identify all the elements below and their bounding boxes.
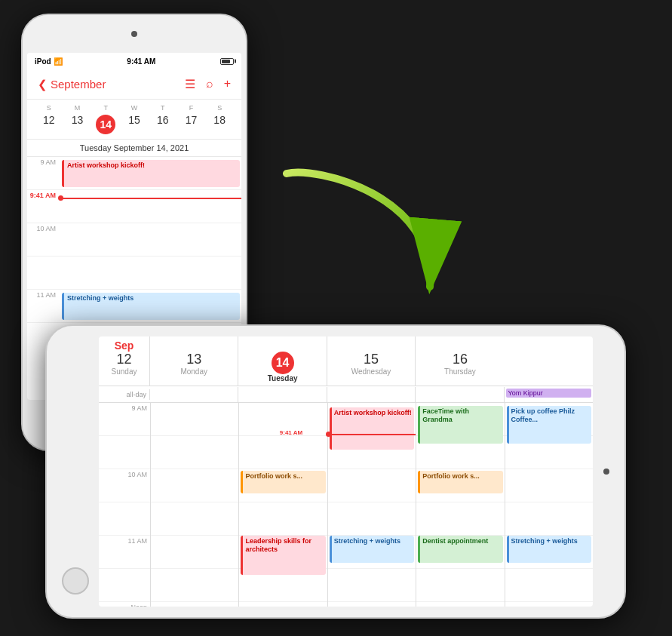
arrow-svg xyxy=(256,151,468,317)
now-time-label: 9:41 AM xyxy=(280,429,302,436)
search-icon[interactable]: ⌕ xyxy=(206,77,213,91)
ts-1030 xyxy=(99,502,150,536)
list-icon[interactable]: ☰ xyxy=(185,77,195,91)
add-icon[interactable]: + xyxy=(224,77,231,91)
day-col-2: T 14 xyxy=(91,104,120,134)
header-cell-13: - 13 Monday xyxy=(150,336,238,386)
ts-11am: 11 AM xyxy=(99,536,150,569)
ts-10am: 10 AM xyxy=(99,469,150,502)
month-label-v: September xyxy=(51,78,106,91)
sunday-9am xyxy=(151,403,238,436)
day-col-4: T 16 xyxy=(149,104,177,134)
month-label-h: Sep xyxy=(100,340,148,352)
date-subtitle-v: Tuesday September 14, 2021 xyxy=(27,140,241,157)
header-cell-15: - 15 Wednesday xyxy=(327,336,416,386)
sunday-noon xyxy=(151,602,238,607)
event-pickup-coffee[interactable]: Pick up coffee Philz Coffee... xyxy=(507,406,591,444)
device-left-h xyxy=(54,326,96,617)
time-label-941: 9:41 AM xyxy=(27,192,60,199)
time-row-11am: 11 AM Stretching + weights xyxy=(27,290,241,323)
time-label: 9:41 AM xyxy=(127,57,155,66)
day-col-sunday xyxy=(150,403,238,607)
ipod-horizontal: Sep 12 Sunday - 13 Monday - 14 Tuesday -… xyxy=(45,324,626,619)
battery-icon xyxy=(220,58,234,65)
time-row-10am: 10 AM xyxy=(27,223,241,257)
weekday-tuesday: Tuesday xyxy=(240,374,324,383)
week-row-v: S 12 M 13 T 14 W 15 T 16 xyxy=(27,100,241,140)
calendar-header-v: ❮ September ☰ ⌕ + xyxy=(27,69,241,100)
event-stretching-thursday[interactable]: Stretching + weights xyxy=(507,536,591,563)
weekday-thursday: Thursday xyxy=(417,367,502,376)
date-16[interactable]: 16 xyxy=(417,352,502,367)
weekday-wednesday: Wednesday xyxy=(329,367,413,376)
day-col-wednesday: FaceTime with Grandma Portfolio work s..… xyxy=(416,403,504,607)
device-right-h xyxy=(596,326,617,617)
header-cell-14: - 14 Tuesday xyxy=(238,336,327,386)
device-top-v xyxy=(23,15,246,53)
event-stretching-tuesday[interactable]: Stretching + weights xyxy=(330,536,414,563)
now-line-h: 9:41 AM xyxy=(328,434,416,435)
carrier-label: iPod xyxy=(35,57,51,66)
time-row-941: 9:41 AM xyxy=(27,190,241,223)
time-col-h: 9 AM 10 AM 11 AM Noon 1 PM xyxy=(99,403,150,607)
weekday-sunday: Sunday xyxy=(100,367,148,376)
ts-1130 xyxy=(99,569,150,602)
event-portfolio-wednesday[interactable]: Portfolio work s... xyxy=(418,471,502,493)
time-content-9am: Artist workshop kickoff! xyxy=(60,158,241,189)
calendar-h: Sep 12 Sunday - 13 Monday - 14 Tuesday -… xyxy=(99,336,593,607)
home-button-h[interactable] xyxy=(62,567,89,595)
event-dentist[interactable]: Dentist appointment xyxy=(418,536,502,563)
calendar-header-h: Sep 12 Sunday - 13 Monday - 14 Tuesday -… xyxy=(99,336,593,386)
wifi-icon: 📶 xyxy=(54,57,63,66)
allday-label: all-day xyxy=(99,389,150,400)
day-col-1: M 13 xyxy=(63,104,92,134)
time-label-10am: 10 AM xyxy=(27,225,60,232)
back-chevron-icon[interactable]: ❮ xyxy=(38,78,48,91)
day-col-3: W 15 xyxy=(120,104,149,134)
header-cell-sep: Sep 12 Sunday xyxy=(99,336,150,386)
week-days-v: S 12 M 13 T 14 W 15 T 16 xyxy=(35,104,234,134)
allday-cell-12 xyxy=(150,387,238,402)
day-col-5: F 17 xyxy=(177,104,206,134)
allday-row: all-day Yom Kippur xyxy=(99,386,593,403)
time-label-11am: 11 AM xyxy=(27,291,60,299)
event-artist-workshop-h[interactable]: Artist workshop kickoff! xyxy=(330,407,414,450)
camera-h xyxy=(603,469,609,475)
sunday-930 xyxy=(151,436,238,469)
sunday-10am xyxy=(151,469,238,502)
allday-cell-13 xyxy=(238,387,327,402)
header-icons: ☰ ⌕ + xyxy=(185,77,231,91)
event-yom-kippur[interactable]: Yom Kippur xyxy=(506,389,591,398)
date-12[interactable]: 12 xyxy=(100,352,148,367)
event-stretching-v[interactable]: Stretching + weights xyxy=(62,293,240,320)
event-facetime-grandma[interactable]: FaceTime with Grandma xyxy=(418,406,502,444)
time-content-941 xyxy=(60,192,241,223)
date-13[interactable]: 13 xyxy=(152,352,236,367)
ts-930 xyxy=(99,436,150,469)
event-leadership[interactable]: Leadership skills for architects xyxy=(241,536,325,575)
day-col-tuesday: 9:41 AM Artist workshop kickoff! Stretch… xyxy=(327,403,416,607)
ts-9am: 9 AM xyxy=(99,403,150,436)
camera-v xyxy=(131,31,137,37)
month-nav[interactable]: ❮ September xyxy=(38,78,106,91)
status-bar-v: iPod 📶 9:41 AM xyxy=(27,53,241,69)
event-portfolio-monday[interactable]: Portfolio work s... xyxy=(241,471,325,493)
allday-cell-15 xyxy=(416,387,504,402)
day-col-thursday: Pick up coffee Philz Coffee... Stretchin… xyxy=(505,403,593,607)
event-artist-workshop-v[interactable]: Artist workshop kickoff! xyxy=(62,160,240,187)
day-col-6: S 18 xyxy=(205,104,234,134)
ts-noon: Noon xyxy=(99,602,150,607)
calendar-grid-h: 9 AM 10 AM 11 AM Noon 1 PM xyxy=(99,403,593,607)
allday-cell-16: Yom Kippur xyxy=(505,387,593,402)
time-content-11am: Stretching + weights xyxy=(60,291,241,322)
time-row-1030 xyxy=(27,257,241,290)
allday-cell-14 xyxy=(327,387,416,402)
weekday-monday: Monday xyxy=(152,367,236,376)
screen-h: Sep 12 Sunday - 13 Monday - 14 Tuesday -… xyxy=(99,336,593,607)
date-15[interactable]: 15 xyxy=(329,352,413,367)
date-14-today[interactable]: 14 xyxy=(272,352,294,374)
header-cell-16: - 16 Thursday xyxy=(416,336,504,386)
time-content-10am xyxy=(60,225,241,256)
sunday-1130 xyxy=(151,569,238,602)
sunday-1030 xyxy=(151,502,238,536)
